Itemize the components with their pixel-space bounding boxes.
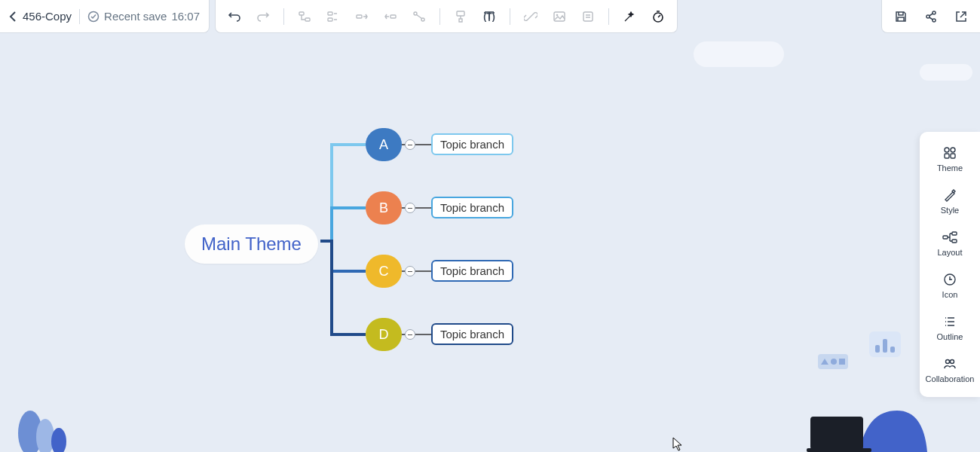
leaf-node-label: Topic branch [440, 138, 504, 151]
collapse-toggle[interactable] [405, 266, 415, 276]
branch-node-b[interactable]: B [366, 191, 402, 224]
collapse-toggle[interactable] [405, 329, 415, 340]
branch-node-d[interactable]: D [366, 318, 402, 351]
mindmap-canvas[interactable]: Main Theme ATopic branchBTopic branchCTo… [0, 0, 980, 452]
branch-node-label: C [379, 264, 389, 279]
branch-node-c[interactable]: C [366, 255, 402, 288]
leaf-node-label: Topic branch [440, 328, 504, 341]
leaf-node[interactable]: Topic branch [431, 260, 513, 282]
leaf-node-label: Topic branch [440, 201, 504, 214]
leaf-node[interactable]: Topic branch [431, 133, 513, 155]
mindmap-connectors [0, 0, 980, 452]
leaf-node-label: Topic branch [440, 264, 504, 277]
leaf-node[interactable]: Topic branch [431, 197, 513, 218]
branch-node-label: D [379, 327, 389, 343]
collapse-toggle[interactable] [405, 203, 415, 213]
branch-node-label: A [379, 137, 388, 153]
root-node-label: Main Theme [201, 234, 302, 254]
collapse-toggle[interactable] [405, 139, 415, 150]
branch-node-label: B [379, 200, 388, 216]
root-node[interactable]: Main Theme [185, 224, 318, 264]
branch-node-a[interactable]: A [366, 128, 402, 161]
leaf-node[interactable]: Topic branch [431, 323, 513, 345]
